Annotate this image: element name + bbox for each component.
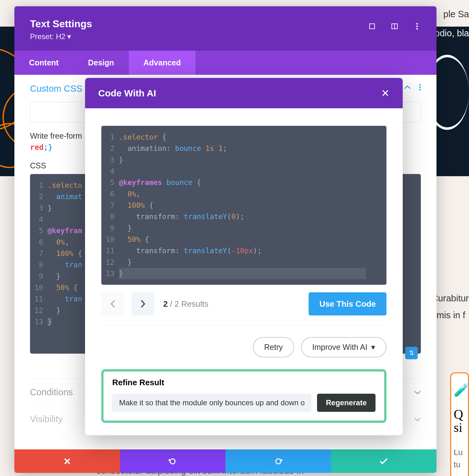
ai-popup-header: Code With AI ✕ <box>85 78 403 108</box>
bg-card-si: si <box>454 420 468 435</box>
bg-card-q: Q <box>454 407 468 422</box>
accordion-visibility-label: Visibility <box>30 414 63 424</box>
expand-icon[interactable] <box>368 23 376 30</box>
tab-design[interactable]: Design <box>73 51 129 75</box>
accordion-conditions-label: Conditions <box>30 387 73 397</box>
bg-text-mid: Curabitur rimis in f <box>431 291 469 323</box>
improve-label: Improve With AI <box>312 343 367 352</box>
results-count: 2 / 2 Results <box>163 299 209 309</box>
svg-point-10 <box>419 87 421 88</box>
results-nav: 2 / 2 Results Use This Code <box>101 292 386 325</box>
use-code-button[interactable]: Use This Code <box>309 292 386 315</box>
collapse-section-icon[interactable] <box>404 85 411 90</box>
tab-content[interactable]: Content <box>14 51 73 75</box>
svg-point-8 <box>416 28 418 30</box>
refine-input[interactable] <box>112 394 311 412</box>
redo-button[interactable] <box>225 449 331 473</box>
bg-text-mid2: rimis in f <box>431 308 469 322</box>
section-menu-icon[interactable] <box>419 84 421 91</box>
bg-card-tu: tu <box>454 460 468 469</box>
svg-point-6 <box>416 23 418 25</box>
close-button[interactable] <box>14 449 120 473</box>
refine-title: Refine Result <box>112 378 376 387</box>
improve-button[interactable]: Improve With AI▾ <box>301 337 386 357</box>
chevron-down-icon <box>414 417 421 422</box>
chevron-down-icon <box>414 390 421 395</box>
caret-down-icon: ▾ <box>67 32 71 41</box>
test-tube-icon: 🧪 <box>454 383 468 397</box>
preset-selector[interactable]: Preset: H2 ▾ <box>30 32 92 41</box>
regenerate-button[interactable]: Regenerate <box>317 394 376 412</box>
next-result-button[interactable] <box>131 292 154 315</box>
swap-icon[interactable]: ⇅ <box>405 347 418 359</box>
undo-button[interactable] <box>120 449 226 473</box>
panel-tabs: Content Design Advanced <box>14 51 436 75</box>
svg-point-7 <box>416 26 418 27</box>
bg-text-top2: odio, bla <box>435 28 469 38</box>
more-icon[interactable] <box>413 23 421 30</box>
refine-box: Refine Result Regenerate <box>101 369 386 423</box>
bg-card: 🧪 Q si Lu tu <box>450 372 469 476</box>
columns-icon[interactable] <box>391 23 398 30</box>
prev-result-button[interactable] <box>101 292 124 315</box>
svg-point-11 <box>419 89 421 91</box>
code-ai-popup: Code With AI ✕ 1.selector {2 animation: … <box>85 78 403 435</box>
panel-title: Text Settings <box>30 18 92 30</box>
bottom-action-bar <box>14 449 436 473</box>
caret-down-icon: ▾ <box>371 343 375 352</box>
save-button[interactable] <box>331 449 437 473</box>
panel-header: Text Settings Preset: H2 ▾ <box>14 6 436 51</box>
preset-label: Preset: H2 <box>30 32 65 41</box>
bg-text-top: ple Sa <box>443 7 469 21</box>
svg-rect-3 <box>370 24 375 29</box>
ai-popup-title: Code With AI <box>98 88 156 99</box>
ai-code-preview[interactable]: 1.selector {2 animation: bounce 1s 1;3}4… <box>101 126 386 285</box>
bg-card-lu: Lu <box>454 448 468 457</box>
close-icon[interactable]: ✕ <box>381 87 390 99</box>
retry-button[interactable]: Retry <box>253 337 294 357</box>
svg-point-9 <box>419 84 421 86</box>
tab-advanced[interactable]: Advanced <box>129 51 195 75</box>
bg-text-mid1: Curabitur <box>431 291 469 305</box>
